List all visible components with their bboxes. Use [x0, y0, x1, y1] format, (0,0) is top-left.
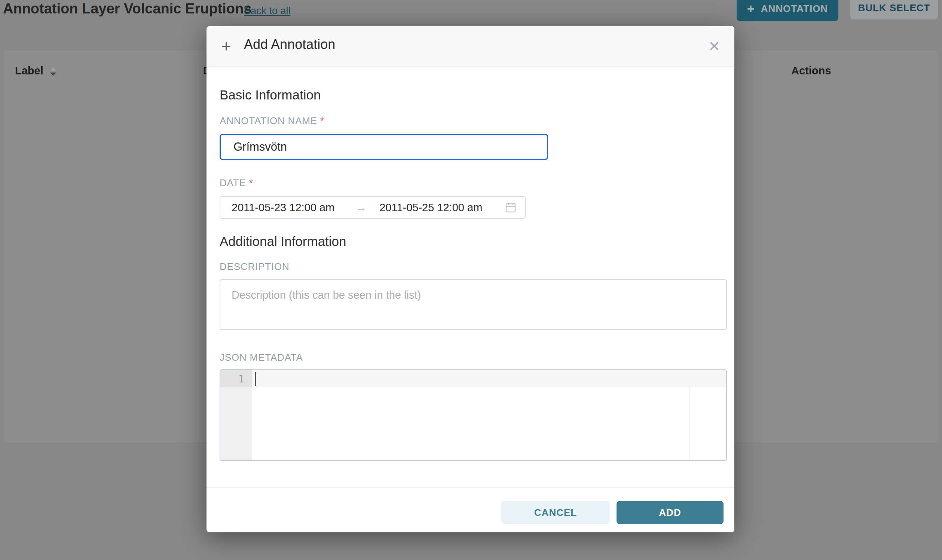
- editor-active-line: [252, 370, 726, 387]
- sort-caret-up-icon: [50, 67, 56, 71]
- add-annotation-modal: + Add Annotation ✕ Basic Information ANN…: [207, 26, 734, 532]
- close-icon[interactable]: ✕: [708, 36, 720, 57]
- required-asterisk: *: [249, 177, 253, 188]
- sort-icon: [50, 67, 56, 76]
- back-to-all-link[interactable]: Back to all: [244, 5, 291, 17]
- arrow-right-icon: →: [355, 201, 367, 214]
- table-header-label-text: Label: [15, 65, 43, 77]
- table-header-actions: Actions: [791, 65, 831, 77]
- required-asterisk: *: [320, 115, 324, 126]
- date-start-value[interactable]: 2011-05-23 12:00 am: [231, 202, 335, 214]
- json-metadata-editor[interactable]: 1: [220, 369, 727, 461]
- modal-header: + Add Annotation ✕: [207, 26, 734, 66]
- screen: Annotation Layer Volcanic Eruptions Back…: [0, 0, 942, 560]
- plus-icon: +: [222, 36, 231, 57]
- calendar-icon: [505, 202, 516, 214]
- annotation-button-label: ANNOTATION: [761, 3, 828, 15]
- editor-cursor: [255, 372, 256, 386]
- section-basic-information: Basic Information: [220, 88, 321, 102]
- section-additional-information: Additional Information: [220, 234, 347, 249]
- description-label: DESCRIPTION: [220, 261, 289, 272]
- date-range-picker[interactable]: 2011-05-23 12:00 am → 2011-05-25 12:00 a…: [220, 196, 526, 219]
- annotation-button[interactable]: + ANNOTATION: [737, 0, 839, 21]
- bulk-select-button[interactable]: BULK SELECT: [850, 0, 938, 20]
- table-header-label[interactable]: Label: [15, 65, 56, 77]
- annotation-name-label: ANNOTATION NAME*: [220, 115, 324, 127]
- date-label: DATE*: [220, 177, 253, 189]
- page-title: Annotation Layer Volcanic Eruptions: [3, 1, 251, 17]
- add-button[interactable]: ADD: [617, 501, 723, 524]
- cancel-button[interactable]: CANCEL: [501, 501, 610, 524]
- date-end-value[interactable]: 2011-05-25 12:00 am: [379, 202, 482, 214]
- footer-divider: [207, 488, 734, 488]
- plus-icon: +: [747, 2, 755, 15]
- annotation-name-input[interactable]: [220, 134, 548, 160]
- json-metadata-label: JSON METADATA: [220, 352, 303, 363]
- editor-line-number: 1: [220, 373, 244, 385]
- modal-title: Add Annotation: [244, 37, 335, 52]
- description-textarea[interactable]: [220, 279, 727, 330]
- sort-caret-down-icon: [50, 72, 56, 76]
